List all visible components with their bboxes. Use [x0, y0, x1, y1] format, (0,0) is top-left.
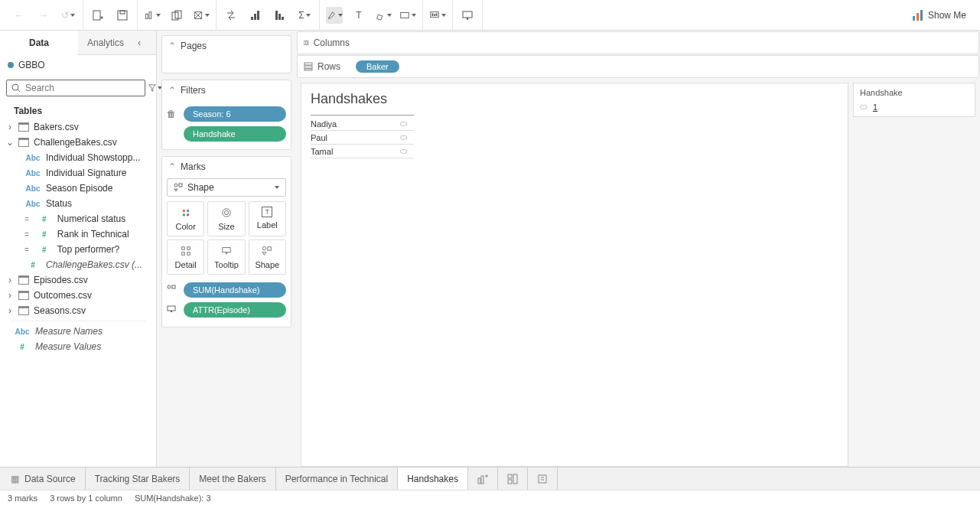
new-worksheet-icon[interactable]	[144, 7, 161, 24]
svg-rect-20	[913, 16, 915, 21]
sheet-tab[interactable]: Meet the Bakers	[190, 468, 275, 490]
handshake-mark-icon: ⬭	[392, 146, 414, 156]
field-row[interactable]: =#Top performer?	[3, 242, 153, 257]
viz-row[interactable]: Nadiya⬭	[311, 117, 414, 131]
new-dashboard-tab[interactable]	[498, 468, 528, 490]
new-worksheet-tab[interactable]	[468, 468, 498, 490]
trash-icon[interactable]: 🗑	[167, 109, 179, 119]
color-icon	[180, 207, 192, 219]
svg-rect-40	[172, 285, 175, 288]
filters-shelf[interactable]: ⌃Filters 🗑Season: 6 Handshake	[161, 80, 291, 150]
new-story-tab[interactable]	[528, 468, 558, 490]
field-row[interactable]: AbcIndividual Showstopp...	[3, 150, 153, 165]
visualization[interactable]: Handshakes Nadiya⬭ Paul⬭ Tamal⬭	[301, 83, 848, 467]
shape-icon	[174, 183, 183, 192]
presentation-icon[interactable]	[429, 7, 446, 24]
rows-shelf[interactable]: Rows Baker	[297, 55, 979, 78]
swap-icon[interactable]	[223, 7, 239, 24]
table-row[interactable]: ›Bakers.csv	[3, 119, 153, 135]
svg-rect-0	[93, 11, 100, 20]
field-row[interactable]: =#Rank in Technical	[3, 226, 153, 242]
label-icon: T	[262, 207, 272, 217]
field-row[interactable]: #ChallengeBakes.csv (...	[3, 257, 153, 272]
field-row[interactable]: AbcSeason Episode	[3, 181, 153, 196]
columns-icon	[304, 38, 309, 47]
legend-title: Handshake	[860, 88, 969, 97]
mark-pill[interactable]: SUM(Handshake)	[184, 282, 286, 298]
status-dims: 3 rows by 1 column	[50, 494, 122, 503]
clear-icon[interactable]	[193, 7, 210, 24]
svg-rect-43	[306, 41, 308, 45]
color-button[interactable]: Color	[167, 201, 204, 236]
duplicate-icon[interactable]	[168, 7, 185, 24]
size-button[interactable]: Size	[207, 201, 245, 236]
search-icon	[11, 83, 21, 93]
svg-rect-32	[181, 247, 184, 250]
undo-redo-button[interactable]: ↺	[60, 7, 77, 24]
shape-button[interactable]: Shape	[249, 239, 286, 275]
field-row[interactable]: =#Numerical status	[3, 211, 153, 226]
viz-title[interactable]: Handshakes	[311, 91, 838, 107]
status-bar: 3 marks 3 rows by 1 column SUM(Handshake…	[0, 490, 980, 505]
abc-icon: Abc	[24, 200, 41, 208]
canvas-area: Columns Rows Baker Handshakes Nadiya⬭ Pa…	[296, 31, 980, 467]
tab-data[interactable]: Data	[0, 31, 78, 55]
forward-button[interactable]: →	[35, 7, 52, 24]
filter-pill[interactable]: Season: 6	[184, 106, 286, 122]
svg-point-31	[224, 210, 228, 214]
marks-shelf: ⌃Marks Shape Color Size TLabel Detail To…	[161, 156, 291, 327]
highlight-icon[interactable]	[326, 7, 343, 24]
size-icon	[220, 207, 233, 219]
table-row[interactable]: ›Seasons.csv	[3, 303, 153, 318]
tooltip-toolbar-icon[interactable]	[459, 7, 476, 24]
data-panel: Data Analytics‹ GBBO Tables ›Bakers.csv …	[0, 31, 157, 467]
sort-desc-icon[interactable]	[272, 7, 288, 24]
table-row[interactable]: ›Episodes.csv	[3, 272, 153, 288]
svg-point-37	[263, 246, 266, 249]
filter-pill[interactable]: Handshake	[184, 126, 286, 142]
sheet-tab[interactable]: Performance in Technical	[276, 468, 399, 490]
connection-row[interactable]: GBBO	[0, 55, 156, 75]
sheet-tab[interactable]: Handshakes	[398, 468, 468, 490]
sort-asc-icon[interactable]	[247, 7, 264, 24]
svg-rect-19	[463, 11, 472, 18]
viz-row[interactable]: Paul⬭	[311, 131, 414, 145]
svg-point-29	[187, 213, 190, 217]
pencil-icon[interactable]	[375, 7, 392, 24]
sheet-tab[interactable]: Tracking Star Bakers	[86, 468, 190, 490]
fit-icon[interactable]	[399, 7, 416, 24]
field-row[interactable]: AbcMeasure Names	[3, 324, 153, 339]
table-icon	[18, 291, 29, 300]
totals-icon[interactable]: Σ	[296, 7, 313, 24]
table-row[interactable]: ⌄ChallengeBakes.csv	[3, 135, 153, 150]
viz-row[interactable]: Tamal⬭	[311, 145, 414, 158]
tooltip-button[interactable]: Tooltip	[207, 239, 245, 275]
back-button[interactable]: ←	[11, 7, 28, 24]
mark-type-dropdown[interactable]: Shape	[167, 178, 286, 197]
save-icon[interactable]	[114, 7, 131, 24]
new-data-source-icon[interactable]	[90, 7, 106, 24]
detail-button[interactable]: Detail	[167, 239, 204, 275]
viz-table: Nadiya⬭ Paul⬭ Tamal⬭	[311, 115, 838, 158]
calc-icon: =	[24, 215, 31, 223]
columns-shelf[interactable]: Columns	[297, 31, 979, 54]
text-icon[interactable]: T	[350, 7, 367, 24]
field-row[interactable]: #Measure Values	[3, 339, 153, 354]
table-row[interactable]: ›Outcomes.csv	[3, 288, 153, 303]
mark-pill[interactable]: ATTR(Episode)	[184, 302, 286, 318]
legend-card[interactable]: Handshake ⬭1	[853, 83, 975, 117]
rows-icon	[304, 62, 313, 71]
svg-rect-47	[304, 69, 312, 70]
new-story-icon	[537, 474, 548, 484]
show-me-button[interactable]: Show Me	[903, 10, 975, 21]
row-pill[interactable]: Baker	[356, 60, 399, 73]
pages-shelf[interactable]: ⌃Pages	[161, 35, 291, 73]
collapse-icon[interactable]: ‹	[132, 37, 147, 48]
search-input[interactable]	[6, 80, 145, 96]
svg-rect-12	[278, 14, 281, 20]
data-source-tab[interactable]: ▦Data Source	[0, 468, 86, 490]
tab-analytics[interactable]: Analytics‹	[78, 31, 156, 55]
field-row[interactable]: AbcStatus	[3, 196, 153, 211]
field-row[interactable]: AbcIndividual Signature	[3, 165, 153, 181]
label-button[interactable]: TLabel	[249, 201, 286, 236]
